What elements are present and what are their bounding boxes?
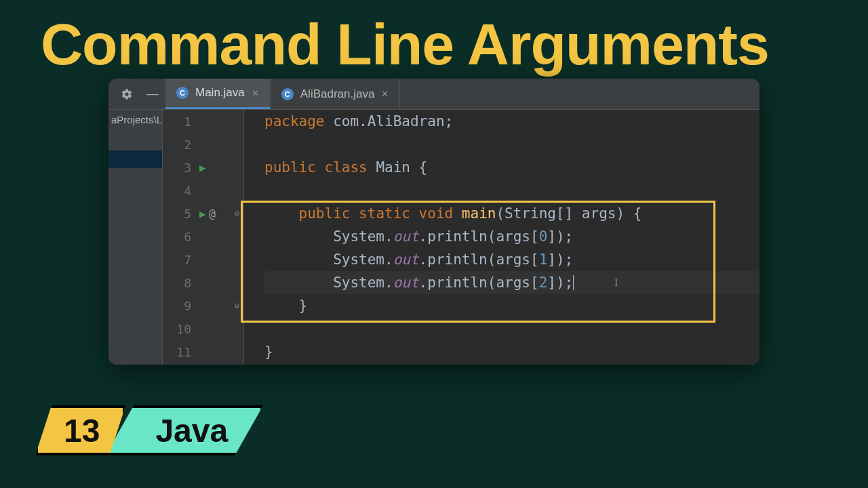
run-icon[interactable]: ▶ [199, 161, 206, 174]
fold-icon[interactable]: ⊖ [235, 209, 239, 218]
code-line: System.out.println(args[1]); [264, 248, 760, 271]
close-icon[interactable]: ✕ [252, 88, 259, 98]
line-number: 11 [163, 345, 195, 359]
project-sidebar[interactable]: aProjects\Le [108, 110, 163, 365]
line-number: 9 [163, 299, 195, 313]
line-number: 4 [163, 184, 195, 198]
code-line [264, 317, 760, 340]
tab-alibadran-java[interactable]: C AliBadran.java ✕ [271, 79, 401, 109]
override-icon[interactable]: @ [209, 207, 216, 220]
editor-gutter: 1 2 3▶ 4 5▶@⊖ 6 7 8 9⊖ 10 11 [163, 110, 244, 365]
run-icon[interactable]: ▶ [199, 207, 206, 220]
line-number: 8 [163, 276, 195, 290]
java-class-icon: C [281, 88, 294, 100]
ide-window: aProjects\Le — C Main.java ✕ C AliBadran… [108, 79, 760, 365]
editor-tab-bar: — C Main.java ✕ C AliBadran.java ✕ [108, 79, 760, 110]
line-number: 5 [163, 207, 195, 221]
line-number: 2 [163, 138, 195, 152]
sidebar-selected-row[interactable] [108, 150, 162, 168]
tab-label: Main.java [195, 86, 245, 100]
slide-title: Command Line Arguments [41, 11, 769, 78]
code-line: } [264, 340, 760, 363]
tab-main-java[interactable]: C Main.java ✕ [165, 79, 271, 109]
line-number: 7 [163, 253, 195, 267]
language-badge: Java [105, 405, 263, 455]
code-line: package com.AliBadran; [264, 110, 760, 133]
code-line: } [264, 294, 760, 317]
code-line: public class Main { [264, 156, 760, 179]
code-line: public static void main(String[] args) { [264, 202, 760, 225]
sidebar-path-fragment: aProjects\Le [111, 114, 163, 125]
settings-icon[interactable] [114, 79, 140, 109]
text-cursor [573, 275, 574, 290]
close-icon[interactable]: ✕ [381, 89, 389, 99]
line-number: 10 [163, 322, 195, 336]
code-line [264, 133, 760, 156]
java-class-icon: C [176, 87, 189, 99]
code-line [264, 179, 760, 202]
fold-icon[interactable]: ⊖ [235, 301, 239, 310]
code-line: System.out.println(args[0]); [264, 225, 760, 248]
collapse-icon[interactable]: — [140, 79, 165, 109]
code-line: System.out.println(args[2]); [264, 271, 760, 294]
code-editor[interactable]: package com.AliBadran; public class Main… [244, 110, 760, 365]
badge-row: 13 Java [35, 405, 263, 455]
tab-label: AliBadran.java [300, 87, 375, 101]
line-number: 3 [163, 161, 195, 175]
line-number: 6 [163, 230, 195, 244]
line-number: 1 [163, 115, 195, 129]
